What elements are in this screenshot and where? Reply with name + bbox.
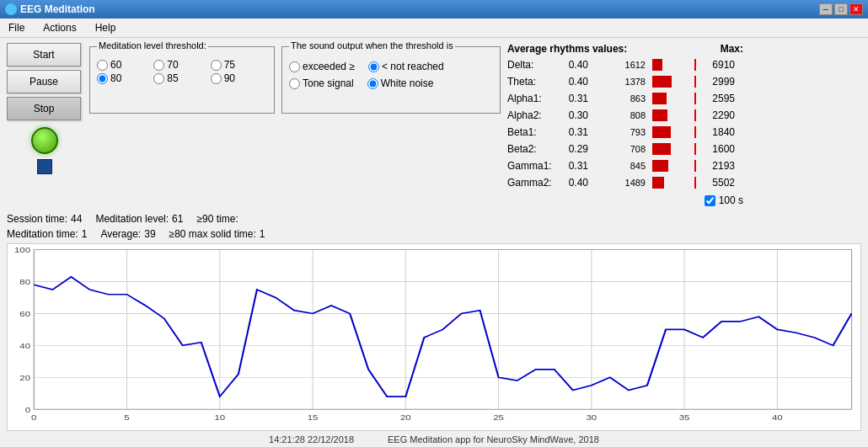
rhythm-bar-num-7: 1489 [595,178,646,188]
rhythm-name-2: Alpha1: [507,93,551,104]
radio-exceeded[interactable] [289,61,300,72]
meditation-time-label: Meditation time: [7,228,78,240]
rhythm-bar-marker-1 [694,76,696,88]
rhythm-name-6: Gamma1: [507,160,551,172]
radio-75[interactable] [211,60,222,71]
average-label: Average: [100,228,141,240]
rhythms-panel: Average rhythms values: Max: Delta: 0.40… [507,43,743,206]
svg-text:25: 25 [493,414,504,423]
rhythm-bar-num-2: 863 [595,93,646,104]
sound-rows: exceeded ≥ < not reached Tone signal Whi… [289,61,493,89]
100s-checkbox[interactable] [705,195,715,206]
rhythm-bar-num-3: 808 [595,110,646,120]
rhythm-val-3: 0.30 [558,109,588,121]
led-green-indicator [31,127,58,154]
sound-tone: Tone signal [289,77,354,89]
title-bar-buttons: ─ □ ✕ [819,3,863,15]
svg-text:15: 15 [308,414,319,423]
window-title: EEG Meditation [20,3,95,15]
ge80-solid: ≥80 max solid time: 1 [169,228,265,240]
rhythm-row-1: Theta: 0.40 1378 2999 [507,73,743,90]
average: Average: 39 [100,228,155,240]
button-panel: Start Pause Stop [7,43,83,120]
rhythm-val-1: 0.40 [558,76,588,88]
ge90-time: ≥90 time: [196,213,241,225]
threshold-panel: Meditation level threshold: 60 70 75 80 [89,46,275,114]
rhythm-bar-num-1: 1378 [595,77,646,87]
rhythm-name-5: Beta2: [507,143,551,155]
rhythm-bar-fill-4 [652,126,671,138]
rhythm-bar-marker-6 [694,160,696,172]
rhythm-bar-num-6: 845 [595,161,646,171]
svg-text:0: 0 [25,406,31,414]
svg-text:40: 40 [19,342,30,350]
menu-file[interactable]: File [3,20,29,35]
rhythms-header-title: Average rhythms values: [507,43,627,55]
radio-60[interactable] [97,60,108,71]
rhythm-bar-num-0: 1612 [595,60,646,70]
rhythms-rows: Delta: 0.40 1612 6910 Theta: 0.40 1378 2… [507,56,743,191]
pause-button[interactable]: Pause [7,70,81,93]
app-icon [5,3,17,15]
menu-help[interactable]: Help [90,20,121,35]
rhythm-max-0: 6910 [701,59,735,71]
rhythm-bar-marker-3 [694,109,696,121]
radio-80[interactable] [97,73,108,84]
rhythm-row-3: Alpha2: 0.30 808 2290 [507,107,743,124]
rhythm-bar-fill-1 [652,76,672,88]
threshold-title: Meditation level threshold: [97,40,208,51]
rhythm-bar-container-1 [652,76,694,88]
checkbox-row: 100 s [507,194,743,206]
rhythm-val-5: 0.29 [558,143,588,155]
threshold-radio-80: 80 [97,72,153,84]
rhythm-bar-container-3 [652,109,694,121]
ge90-label: ≥90 time: [196,213,238,225]
radio-tone[interactable] [289,78,300,89]
minimize-button[interactable]: ─ [819,3,833,15]
rhythm-row-0: Delta: 0.40 1612 6910 [507,56,743,73]
rhythm-bar-fill-6 [652,160,668,172]
rhythm-bar-num-5: 708 [595,144,646,154]
info-row-2: Meditation time: 1 Average: 39 ≥80 max s… [0,226,868,240]
rhythm-max-7: 5502 [701,177,735,189]
info-row-1: Session time: 44 Meditation level: 61 ≥9… [0,211,868,225]
radio-85[interactable] [153,73,164,84]
rhythm-bar-marker-7 [694,177,696,189]
rhythm-bar-num-4: 793 [595,127,646,137]
rhythm-bar-container-5 [652,143,694,155]
rhythm-bar-container-7 [652,177,694,189]
rhythm-bar-fill-5 [652,143,671,155]
radio-white-noise[interactable] [367,78,378,89]
sound-title: The sound output when the threshold is [289,40,455,51]
sound-not-reached: < not reached [368,61,444,72]
maximize-button[interactable]: □ [834,3,848,15]
rhythm-row-6: Gamma1: 0.31 845 2193 [507,157,743,174]
led-blue-indicator [37,159,52,174]
radio-not-reached[interactable] [368,61,379,72]
radio-70[interactable] [153,60,164,71]
stop-button[interactable]: Stop [7,97,81,120]
svg-text:80: 80 [19,278,30,286]
sound-exceeded: exceeded ≥ [289,61,355,72]
svg-text:100: 100 [14,246,30,254]
svg-text:10: 10 [214,414,225,423]
rhythm-name-7: Gamma2: [507,177,551,189]
radio-90[interactable] [211,73,222,84]
threshold-radio-group: 60 70 75 80 85 [97,59,267,84]
rhythm-bar-container-6 [652,160,694,172]
rhythm-val-7: 0.40 [558,177,588,189]
rhythm-max-6: 2193 [701,160,735,172]
sound-panel: The sound output when the threshold is e… [281,46,501,114]
menu-actions[interactable]: Actions [38,20,81,35]
control-panel: Start Pause Stop [7,43,83,174]
svg-text:35: 35 [679,414,690,423]
start-button[interactable]: Start [7,43,81,67]
100s-label: 100 s [719,194,743,206]
rhythm-bar-container-0 [652,59,694,71]
threshold-radio-85: 85 [153,72,210,84]
svg-text:20: 20 [19,374,30,382]
meditation-label: Meditation level: [95,213,169,225]
close-button[interactable]: ✕ [849,3,863,15]
rhythm-bar-fill-2 [652,93,667,104]
rhythm-bar-marker-2 [694,93,696,104]
